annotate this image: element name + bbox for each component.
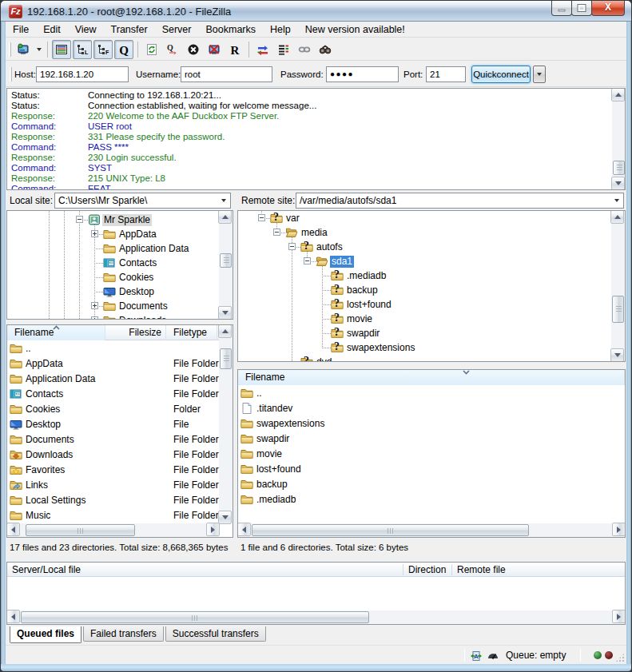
file-row-links[interactable]: LinksFile Folder xyxy=(7,478,233,493)
remote-site-combo[interactable]: /var/media/autofs/sda1 xyxy=(296,193,624,209)
file-row--[interactable]: .. xyxy=(238,386,625,401)
filter-button[interactable] xyxy=(274,40,293,59)
tree-expander-minus[interactable] xyxy=(258,214,265,221)
password-input[interactable]: ●●●● xyxy=(326,66,399,82)
queue-column-local-file[interactable]: Server/Local file xyxy=(7,563,403,577)
menu-item-new-version-available[interactable]: New version available! xyxy=(298,22,412,38)
menu-item-file[interactable]: File xyxy=(6,22,36,38)
remote-tree-scrollbar[interactable] xyxy=(611,211,625,361)
file-row-lost-found[interactable]: lost+found xyxy=(238,462,625,477)
tree-item-backup[interactable]: ?backup xyxy=(238,283,625,297)
file-row-music[interactable]: MusicFile Folder xyxy=(7,508,233,523)
file-row-downloads[interactable]: DownloadsFile Folder xyxy=(7,447,233,463)
toggle-remote-tree-button[interactable]: F xyxy=(93,40,113,59)
resize-grip-icon[interactable] xyxy=(615,653,625,662)
toggle-local-tree-button[interactable]: L xyxy=(73,40,92,59)
scrollbar-thumb[interactable] xyxy=(613,161,625,175)
file-row-movie[interactable]: movie xyxy=(238,447,625,462)
scrollbar-thumb[interactable] xyxy=(21,611,369,623)
scroll-up-button[interactable] xyxy=(611,88,625,101)
file-row-favorites[interactable]: FavoritesFile Folder xyxy=(7,463,233,478)
file-row-cookies[interactable]: CookiesFolder xyxy=(7,402,233,417)
file-row-local-settings[interactable]: Local SettingsFile Folder xyxy=(7,493,233,508)
scroll-up-button[interactable] xyxy=(610,210,624,224)
refresh-button[interactable] xyxy=(142,40,161,59)
tree-item-var[interactable]: ?var xyxy=(238,211,625,225)
host-input[interactable]: 192.168.1.20 xyxy=(36,66,129,82)
tree-item-appdata[interactable]: AppData xyxy=(7,227,233,241)
tree-expander-plus[interactable] xyxy=(91,230,98,237)
scroll-up-button[interactable] xyxy=(218,324,232,338)
menu-item-server[interactable]: Server xyxy=(155,22,199,38)
process-queue-button[interactable]: Q xyxy=(163,40,182,59)
tree-item-media[interactable]: media xyxy=(238,225,625,240)
toggle-message-log-button[interactable] xyxy=(52,40,71,59)
scroll-down-button[interactable] xyxy=(218,511,232,524)
scrollbar-thumb[interactable] xyxy=(220,253,232,268)
file-row--[interactable]: .. xyxy=(7,341,233,356)
quickconnect-button[interactable]: Quickconnect xyxy=(471,66,531,83)
scroll-right-button[interactable] xyxy=(206,523,220,536)
scroll-left-button[interactable] xyxy=(6,610,20,623)
reconnect-button[interactable]: R xyxy=(225,40,244,59)
file-row-swapdir[interactable]: swapdir xyxy=(238,431,625,447)
local-list-vertical-scrollbar[interactable] xyxy=(219,325,233,523)
column-header-filesize[interactable]: Filesize xyxy=(105,325,166,340)
quickconnect-dropdown[interactable] xyxy=(533,66,546,83)
column-header-filetype[interactable]: Filetype xyxy=(166,325,217,340)
menu-item-edit[interactable]: Edit xyxy=(36,22,68,38)
scrollbar-thumb[interactable] xyxy=(26,524,135,536)
file-row-swapextensions[interactable]: swapextensions xyxy=(238,416,625,431)
menu-item-help[interactable]: Help xyxy=(263,22,298,38)
scroll-down-button[interactable] xyxy=(610,348,624,362)
tab-failed-transfers[interactable]: Failed transfers xyxy=(83,626,164,642)
file-row--titandev[interactable]: .titandev xyxy=(238,401,625,416)
titlebar[interactable]: Fz 192.168.1.20 - root@192.168.1.20 - Fi… xyxy=(1,1,631,22)
tab-queued-files[interactable]: Queued files xyxy=(10,626,81,643)
disconnect-button[interactable] xyxy=(205,40,224,59)
tree-item-lost-found[interactable]: ?lost+found xyxy=(238,297,625,312)
tree-item-movie[interactable]: ?movie xyxy=(238,312,625,326)
scrollbar-thumb[interactable] xyxy=(612,296,624,323)
tree-expander-plus[interactable] xyxy=(91,302,98,309)
local-tree-scrollbar[interactable] xyxy=(219,211,233,319)
tab-successful-transfers[interactable]: Successful transfers xyxy=(165,626,266,642)
tree-item-autofs[interactable]: ?autofs xyxy=(238,240,625,254)
tree-item-documents[interactable]: Documents xyxy=(7,299,233,313)
queue-column-remote-file[interactable]: Remote file xyxy=(452,563,620,577)
tree-item-swapextensions[interactable]: ?swapextensions xyxy=(238,340,625,355)
tree-item-swapdir[interactable]: ?swapdir xyxy=(238,326,625,340)
scrollbar-thumb[interactable] xyxy=(252,524,529,536)
scroll-right-button[interactable] xyxy=(612,610,626,623)
scroll-down-button[interactable] xyxy=(611,177,625,190)
directory-comparison-button[interactable] xyxy=(253,40,272,59)
tree-expander-plus[interactable] xyxy=(91,316,98,320)
scroll-down-button[interactable] xyxy=(218,306,232,320)
synchronized-browsing-button[interactable] xyxy=(295,40,314,59)
file-row-desktop[interactable]: DesktopFile xyxy=(7,417,233,432)
find-files-button[interactable] xyxy=(316,40,335,59)
close-button[interactable]: X xyxy=(591,1,625,16)
combo-arrow-icon[interactable] xyxy=(217,194,229,207)
minimize-button[interactable] xyxy=(551,1,572,16)
tree-item-desktop[interactable]: Desktop xyxy=(7,284,233,299)
queue-column-direction[interactable]: Direction xyxy=(403,563,451,577)
file-row-contacts[interactable]: ContactsFile Folder xyxy=(7,387,233,402)
scroll-left-button[interactable] xyxy=(237,523,251,536)
port-input[interactable]: 21 xyxy=(426,66,466,82)
tree-expander-minus[interactable] xyxy=(288,243,296,250)
file-row-appdata[interactable]: AppDataFile Folder xyxy=(7,356,233,372)
tree-item-mr-sparkle[interactable]: Mr Sparkle xyxy=(7,213,233,227)
file-row-application-data[interactable]: Application DataFile Folder xyxy=(7,372,233,387)
tree-item--mediadb[interactable]: ?.mediadb xyxy=(238,268,625,283)
scrollbar-thumb[interactable] xyxy=(220,348,232,369)
site-manager-dropdown[interactable] xyxy=(34,40,44,59)
tree-expander-minus[interactable] xyxy=(273,229,280,236)
menu-item-view[interactable]: View xyxy=(68,22,104,38)
file-row-documents[interactable]: DocumentsFile Folder xyxy=(7,432,233,447)
site-manager-button[interactable] xyxy=(14,40,33,59)
remote-list-horizontal-scrollbar[interactable] xyxy=(238,523,625,537)
scroll-up-button[interactable] xyxy=(218,210,232,224)
tree-expander-minus[interactable] xyxy=(76,216,83,223)
local-site-combo[interactable]: C:\Users\Mr Sparkle\ xyxy=(54,193,231,209)
